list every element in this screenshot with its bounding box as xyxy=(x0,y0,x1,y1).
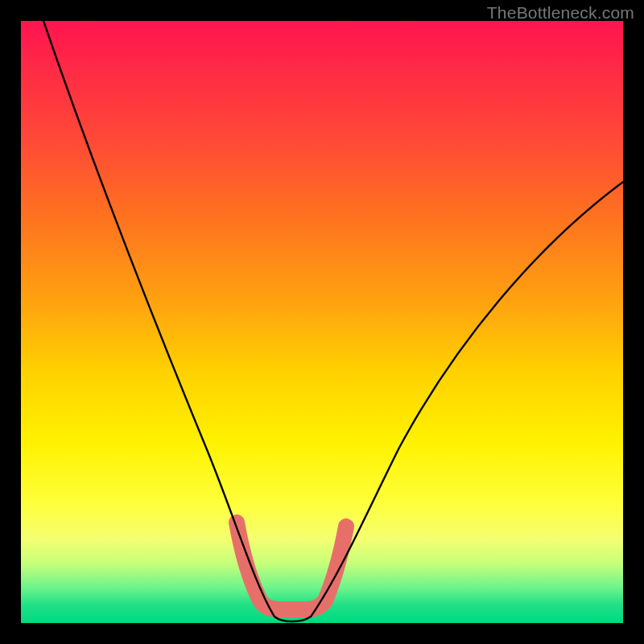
chart-frame: TheBottleneck.com xyxy=(0,0,644,644)
optimal-zone-marker xyxy=(237,522,346,609)
curve-layer xyxy=(21,21,623,623)
plot-area xyxy=(21,21,623,623)
bottleneck-curve xyxy=(43,21,623,621)
watermark-text: TheBottleneck.com xyxy=(487,3,634,23)
